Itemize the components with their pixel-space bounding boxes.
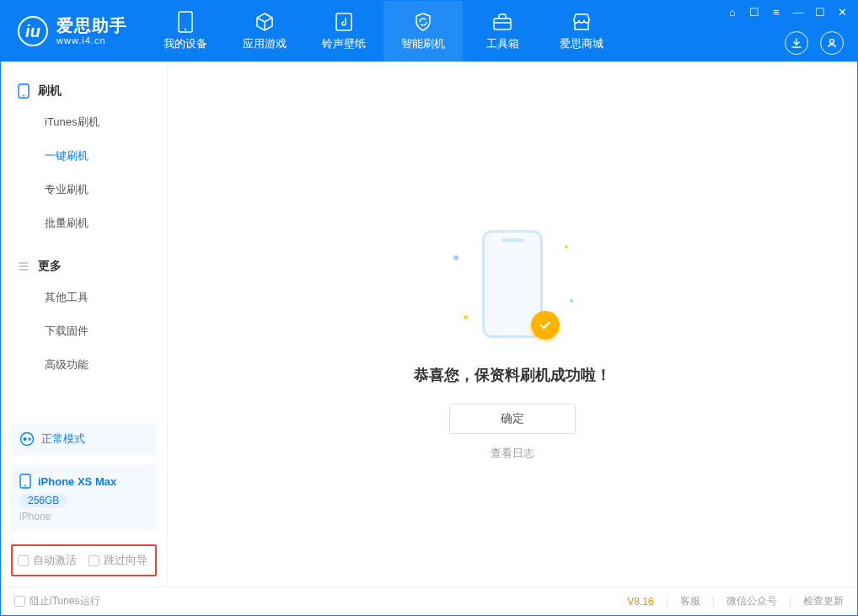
svg-point-6 <box>23 95 24 97</box>
tab-label: 铃声壁纸 <box>322 36 366 51</box>
tab-label: 工具箱 <box>486 36 519 51</box>
checkbox-box <box>88 555 99 566</box>
tab-my-device[interactable]: 我的设备 <box>146 1 225 62</box>
checkbox-skip-guide[interactable]: 跳过向导 <box>88 553 147 568</box>
menu-icon[interactable]: ≡ <box>770 6 783 19</box>
tab-apps[interactable]: 应用游戏 <box>225 1 304 62</box>
app-name: 爱思助手 <box>56 16 127 35</box>
checkbox-label: 阻止iTunes运行 <box>29 594 100 608</box>
header-actions <box>785 31 844 55</box>
mode-box[interactable]: 正常模式 <box>11 423 157 455</box>
maximize-button[interactable]: ☐ <box>813 6 827 19</box>
svg-point-11 <box>24 485 26 487</box>
mode-label: 正常模式 <box>41 431 85 447</box>
device-capacity: 256GB <box>19 494 67 507</box>
svg-point-7 <box>21 433 34 446</box>
ok-button[interactable]: 确定 <box>449 404 576 434</box>
minimize-button[interactable]: — <box>791 6 805 19</box>
tab-label: 应用游戏 <box>243 36 287 51</box>
group-more: 更多 <box>1 252 167 281</box>
svg-point-8 <box>24 437 27 441</box>
phone-icon <box>19 474 31 489</box>
sparkle-icon <box>464 315 468 319</box>
phone-icon <box>18 83 29 99</box>
footer-right: V8.16 | 客服 | 微信公众号 | 检查更新 <box>627 594 844 608</box>
sidebar: 刷机 iTunes刷机 一键刷机 专业刷机 批量刷机 更多 其他工具 下载固件 … <box>1 62 168 587</box>
options-row: 自动激活 跳过向导 <box>11 544 157 576</box>
success-illustration <box>445 230 580 348</box>
device-box[interactable]: iPhone XS Max 256GB iPhone <box>11 465 157 531</box>
support-link[interactable]: 客服 <box>680 594 700 608</box>
main-tabs: 我的设备 应用游戏 铃声壁纸 智能刷机 <box>146 1 621 62</box>
nav-itunes-flash[interactable]: iTunes刷机 <box>1 105 167 139</box>
tab-label: 智能刷机 <box>401 36 445 51</box>
cube-icon <box>254 11 276 33</box>
sparkle-icon <box>570 299 573 303</box>
app-logo: iu 爱思助手 www.i4.cn <box>1 1 146 62</box>
device-name: iPhone XS Max <box>38 475 116 488</box>
sidebar-nav: 刷机 iTunes刷机 一键刷机 专业刷机 批量刷机 更多 其他工具 下载固件 … <box>1 62 167 382</box>
svg-point-9 <box>29 438 30 440</box>
shield-sync-icon <box>412 11 434 33</box>
nav-batch-flash[interactable]: 批量刷机 <box>1 206 167 240</box>
group-label: 刷机 <box>38 83 62 99</box>
close-button[interactable]: ✕ <box>835 6 849 19</box>
nav-pro-flash[interactable]: 专业刷机 <box>1 173 167 206</box>
footer: 阻止iTunes运行 V8.16 | 客服 | 微信公众号 | 检查更新 <box>1 587 857 615</box>
main-content: 恭喜您，保资料刷机成功啦！ 确定 查看日志 <box>168 62 857 587</box>
device-icon <box>174 11 196 33</box>
checkbox-label: 跳过向导 <box>104 553 147 568</box>
account-button[interactable] <box>820 31 844 55</box>
checkbox-label: 自动激活 <box>33 553 77 568</box>
version-label: V8.16 <box>627 596 653 608</box>
separator: | <box>666 596 668 608</box>
download-button[interactable] <box>785 31 808 55</box>
separator: | <box>789 596 791 608</box>
tab-label: 我的设备 <box>164 36 207 51</box>
success-message: 恭喜您，保资料刷机成功啦！ <box>414 365 611 385</box>
app-url: www.i4.cn <box>56 35 127 46</box>
checkbox-box <box>18 555 29 566</box>
separator: | <box>712 596 715 608</box>
user-icon <box>826 37 838 49</box>
tab-toolbox[interactable]: 工具箱 <box>463 1 542 62</box>
nav-oneclick-flash[interactable]: 一键刷机 <box>1 139 167 173</box>
tab-store[interactable]: 爱思商城 <box>542 1 621 62</box>
checkbox-box <box>14 596 25 607</box>
toolbox-icon <box>491 11 513 33</box>
svg-rect-3 <box>494 19 511 29</box>
app-window: iu 爱思助手 www.i4.cn 我的设备 应用游戏 <box>0 0 858 616</box>
check-badge-icon <box>531 311 560 340</box>
svg-point-4 <box>830 40 834 44</box>
sparkle-icon <box>453 255 458 260</box>
logo-text: 爱思助手 www.i4.cn <box>56 16 127 46</box>
nav-download-firmware[interactable]: 下载固件 <box>1 314 167 348</box>
nav-advanced[interactable]: 高级功能 <box>1 348 167 382</box>
mode-icon <box>19 431 35 447</box>
list-icon <box>18 260 29 272</box>
store-icon <box>571 11 593 33</box>
checkbox-block-itunes[interactable]: 阻止iTunes运行 <box>14 594 100 608</box>
view-log-link[interactable]: 查看日志 <box>491 446 534 461</box>
window-controls: ⌂ ☐ ≡ — ☐ ✕ <box>726 6 849 19</box>
device-type: iPhone <box>19 511 148 522</box>
body: 刷机 iTunes刷机 一键刷机 专业刷机 批量刷机 更多 其他工具 下载固件 … <box>1 62 857 587</box>
nav-other-tools[interactable]: 其他工具 <box>1 281 167 314</box>
logo-icon: iu <box>18 16 48 46</box>
checkbox-auto-activate[interactable]: 自动激活 <box>18 553 77 568</box>
check-update-link[interactable]: 检查更新 <box>803 594 844 608</box>
group-flash: 刷机 <box>1 77 167 105</box>
wechat-link[interactable]: 微信公众号 <box>727 594 777 608</box>
sparkle-icon <box>565 245 568 249</box>
tab-media[interactable]: 铃声壁纸 <box>304 1 383 62</box>
svg-point-1 <box>185 29 186 30</box>
group-label: 更多 <box>38 259 62 274</box>
feedback-icon[interactable]: ☐ <box>748 6 761 19</box>
header: iu 爱思助手 www.i4.cn 我的设备 应用游戏 <box>1 1 857 62</box>
shirt-icon[interactable]: ⌂ <box>726 6 739 19</box>
music-note-icon <box>333 11 355 33</box>
tab-label: 爱思商城 <box>560 36 603 51</box>
tab-smart-flash[interactable]: 智能刷机 <box>383 1 463 62</box>
download-icon <box>791 37 802 49</box>
